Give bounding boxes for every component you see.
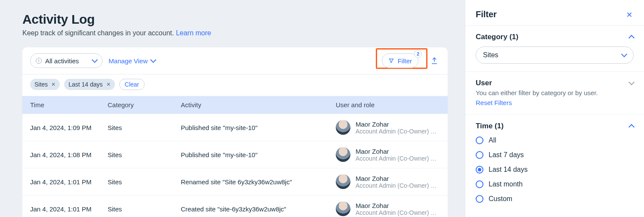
main-content: Activity Log Keep track of significant c… bbox=[0, 0, 465, 217]
cell-activity: Published site "my-site-10" bbox=[181, 124, 336, 131]
user-name: Maor Zohar bbox=[356, 121, 440, 128]
cell-time: Jan 4, 2024, 1:01 PM bbox=[30, 205, 108, 213]
user-role: Account Admin (Co-Owner) & 1 … bbox=[356, 209, 440, 216]
cell-user: Maor ZoharAccount Admin (Co-Owner) & 1 … bbox=[336, 174, 440, 189]
chevron-down-icon bbox=[150, 57, 156, 63]
table-row[interactable]: Jan 4, 2024, 1:01 PMSitesRenamed site "S… bbox=[22, 168, 448, 195]
user-name: Maor Zohar bbox=[356, 175, 440, 182]
filter-chip-label: Sites bbox=[34, 81, 48, 88]
cell-time: Jan 4, 2024, 1:09 PM bbox=[30, 124, 108, 131]
chevron-down-icon bbox=[629, 79, 635, 85]
cell-time: Jan 4, 2024, 1:01 PM bbox=[30, 178, 108, 186]
time-option-all[interactable]: All bbox=[476, 133, 634, 148]
filter-count-badge: 2 bbox=[414, 50, 422, 58]
filter-section-time-heading: Time (1) bbox=[476, 122, 504, 130]
cell-user: Maor ZoharAccount Admin (Co-Owner) & 1 … bbox=[336, 120, 440, 135]
cell-activity: Published site "my-site-10" bbox=[181, 151, 336, 158]
close-icon: ✕ bbox=[51, 81, 56, 87]
user-lines: Maor ZoharAccount Admin (Co-Owner) & 1 … bbox=[356, 121, 440, 135]
category-select[interactable]: Sites bbox=[476, 46, 634, 64]
col-category: Category bbox=[108, 101, 181, 108]
table-header: Time Category Activity User and role bbox=[22, 96, 448, 114]
manage-view-button[interactable]: Manage View bbox=[108, 57, 155, 65]
time-option-lastmonth[interactable]: Last month bbox=[476, 177, 634, 192]
time-option-last7[interactable]: Last 7 days bbox=[476, 148, 634, 162]
page-title: Activity Log bbox=[22, 12, 448, 27]
manage-view-label: Manage View bbox=[108, 57, 148, 65]
filter-icon bbox=[388, 58, 394, 64]
close-filter-panel-button[interactable] bbox=[625, 10, 634, 19]
col-user: User and role bbox=[336, 101, 440, 108]
avatar bbox=[336, 147, 350, 162]
export-button[interactable] bbox=[429, 55, 440, 66]
col-activity: Activity bbox=[181, 101, 336, 108]
filter-section-time-toggle[interactable]: Time (1) bbox=[476, 122, 634, 130]
cell-activity: Renamed site "Site 6y3zky36w2uw8jc" bbox=[181, 178, 336, 186]
chevron-down-icon bbox=[621, 51, 627, 57]
cell-category: Sites bbox=[108, 205, 181, 213]
activity-card: ! All activities Manage View Filter 2 bbox=[22, 47, 448, 217]
cell-category: Sites bbox=[108, 178, 181, 186]
user-lines: Maor ZoharAccount Admin (Co-Owner) & 1 … bbox=[356, 175, 440, 189]
table-row[interactable]: Jan 4, 2024, 1:08 PMSitesPublished site … bbox=[22, 141, 448, 168]
filter-chip[interactable]: Last 14 days ✕ bbox=[64, 79, 115, 90]
filter-button[interactable]: Filter bbox=[382, 53, 418, 68]
user-role: Account Admin (Co-Owner) & 1 … bbox=[356, 182, 440, 189]
page-subtitle: Keep track of significant changes in you… bbox=[22, 29, 448, 37]
avatar bbox=[336, 202, 350, 216]
time-option-label: Last 7 days bbox=[489, 151, 524, 159]
avatar bbox=[336, 174, 350, 189]
user-role: Account Admin (Co-Owner) & 1 … bbox=[356, 128, 440, 135]
radio-icon bbox=[476, 166, 483, 174]
time-option-label: Last month bbox=[489, 180, 523, 188]
radio-icon bbox=[476, 151, 483, 159]
cell-time: Jan 4, 2024, 1:08 PM bbox=[30, 151, 108, 158]
table-row[interactable]: Jan 4, 2024, 1:01 PMSitesCreated site "s… bbox=[22, 195, 448, 217]
cell-user: Maor ZoharAccount Admin (Co-Owner) & 1 … bbox=[336, 147, 440, 162]
cell-user: Maor ZoharAccount Admin (Co-Owner) & 1 … bbox=[336, 202, 440, 216]
learn-more-link[interactable]: Learn more bbox=[176, 29, 211, 37]
reset-filters-link[interactable]: Reset Filters bbox=[476, 99, 512, 106]
user-name: Maor Zohar bbox=[356, 148, 440, 155]
radio-icon bbox=[476, 195, 483, 203]
user-lines: Maor ZoharAccount Admin (Co-Owner) & 1 … bbox=[356, 148, 440, 162]
filter-panel-title: Filter bbox=[476, 9, 497, 19]
chevron-down-icon bbox=[92, 57, 98, 63]
user-lines: Maor ZoharAccount Admin (Co-Owner) & 1 … bbox=[356, 202, 440, 216]
time-option-label: Custom bbox=[489, 195, 512, 203]
filter-section-user: User You can either filter by category o… bbox=[465, 71, 644, 115]
info-icon: ! bbox=[36, 58, 42, 64]
filter-section-user-heading: User bbox=[476, 79, 492, 87]
filter-section-time: Time (1) All Last 7 days Last 14 days La… bbox=[465, 115, 644, 214]
filter-chip-label: Last 14 days bbox=[68, 81, 102, 88]
clear-filters-button[interactable]: Clear bbox=[119, 79, 145, 90]
time-option-last14[interactable]: Last 14 days bbox=[476, 162, 634, 177]
activities-dropdown[interactable]: ! All activities bbox=[30, 53, 102, 68]
avatar bbox=[336, 120, 350, 135]
radio-icon bbox=[476, 136, 483, 144]
filter-button-label: Filter bbox=[398, 57, 412, 65]
user-role: Account Admin (Co-Owner) & 1 … bbox=[356, 155, 440, 162]
filter-chip[interactable]: Sites ✕ bbox=[30, 79, 60, 90]
col-time: Time bbox=[30, 101, 108, 108]
close-icon bbox=[626, 11, 633, 18]
activities-dropdown-label: All activities bbox=[45, 57, 79, 65]
chevron-up-icon bbox=[629, 124, 635, 130]
table-row[interactable]: Jan 4, 2024, 1:09 PMSitesPublished site … bbox=[22, 114, 448, 141]
category-select-value: Sites bbox=[483, 51, 498, 59]
toolbar: ! All activities Manage View Filter 2 bbox=[22, 47, 448, 74]
time-option-label: All bbox=[489, 136, 496, 144]
filter-pill-wrap: Filter 2 bbox=[382, 53, 418, 68]
table-body: Jan 4, 2024, 1:09 PMSitesPublished site … bbox=[22, 114, 448, 217]
filter-panel: Filter Category (1) Sites User You can e… bbox=[465, 0, 644, 217]
page-subtitle-text: Keep track of significant changes in you… bbox=[22, 29, 176, 37]
filter-section-user-toggle[interactable]: User bbox=[476, 79, 634, 87]
close-icon: ✕ bbox=[106, 81, 111, 87]
chevron-up-icon bbox=[629, 35, 635, 41]
filter-section-category-toggle[interactable]: Category (1) bbox=[476, 33, 634, 41]
cell-activity: Created site "site-6y3zky36w2uw8jc" bbox=[181, 205, 336, 213]
filter-section-category: Category (1) Sites bbox=[465, 25, 644, 71]
cell-category: Sites bbox=[108, 124, 181, 131]
export-icon bbox=[430, 57, 438, 65]
time-option-custom[interactable]: Custom bbox=[476, 192, 634, 206]
